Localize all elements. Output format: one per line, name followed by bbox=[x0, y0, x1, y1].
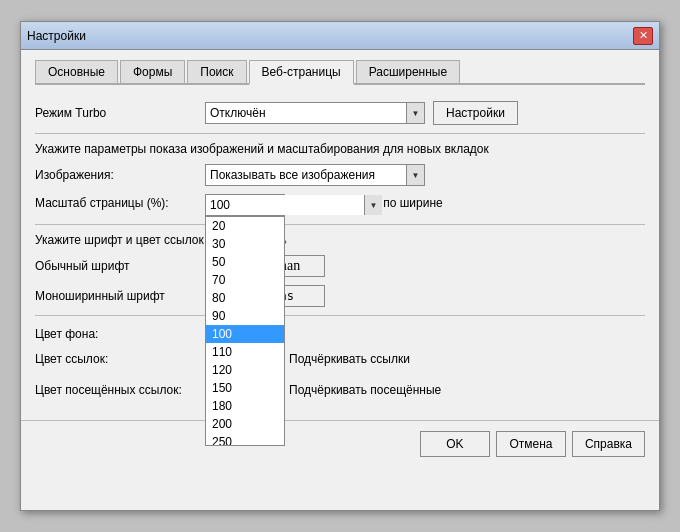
bg-color-row: Цвет фона: bbox=[35, 324, 645, 344]
bg-color-label: Цвет фона: bbox=[35, 327, 205, 341]
ok-button[interactable]: OK bbox=[420, 431, 490, 457]
tab-osnovnye[interactable]: Основные bbox=[35, 60, 118, 83]
mono-font-row: Моноширинный шрифт Consolas bbox=[35, 285, 645, 307]
tab-bar: Основные Формы Поиск Веб-страницы Расшир… bbox=[35, 60, 645, 85]
normal-font-row: Обычный шрифт New Roman bbox=[35, 255, 645, 277]
main-content: Режим Turbo Настройки Укажите параметры … bbox=[21, 97, 659, 412]
window-title: Настройки bbox=[27, 29, 86, 43]
images-row: Изображения: bbox=[35, 164, 645, 186]
bottom-buttons: OK Отмена Справка bbox=[21, 420, 659, 467]
fonts-colors-section: Укажите шрифт и цвет ссылок указан стиль… bbox=[35, 224, 645, 400]
tab-webpages[interactable]: Веб-страницы bbox=[249, 60, 354, 85]
turbo-arrow[interactable] bbox=[406, 103, 424, 123]
cancel-button[interactable]: Отмена bbox=[496, 431, 566, 457]
scale-combo[interactable] bbox=[205, 194, 285, 216]
section-images-text: Укажите параметры показа изображений и м… bbox=[35, 142, 645, 156]
normal-font-label: Обычный шрифт bbox=[35, 259, 205, 273]
divider3 bbox=[35, 315, 645, 316]
scale-label: Масштаб страницы (%): bbox=[35, 194, 205, 210]
scale-option-250[interactable]: 250 bbox=[206, 433, 284, 446]
scale-option-150[interactable]: 150 bbox=[206, 379, 284, 397]
help-button[interactable]: Справка bbox=[572, 431, 645, 457]
scale-option-100[interactable]: 100 bbox=[206, 325, 284, 343]
scale-option-20[interactable]: 20 bbox=[206, 217, 284, 235]
turbo-settings-button[interactable]: Настройки bbox=[433, 101, 518, 125]
scale-arrow[interactable] bbox=[364, 195, 382, 215]
images-arrow[interactable] bbox=[406, 165, 424, 185]
images-combo[interactable] bbox=[205, 164, 425, 186]
scale-option-50[interactable]: 50 bbox=[206, 253, 284, 271]
divider1 bbox=[35, 133, 645, 134]
scale-dropdown-container: 20 30 50 70 80 90 100 110 120 150 180 20… bbox=[205, 194, 285, 216]
scale-option-200[interactable]: 200 bbox=[206, 415, 284, 433]
scale-option-30[interactable]: 30 bbox=[206, 235, 284, 253]
link-color-label: Цвет ссылок: bbox=[35, 352, 205, 366]
underline-links-label: Подчёркивать ссылки bbox=[289, 352, 410, 366]
visited-color-row: Цвет посещённых ссылок: Подчёркивать пос… bbox=[35, 380, 645, 400]
turbo-input[interactable] bbox=[206, 103, 406, 123]
images-label: Изображения: bbox=[35, 168, 205, 182]
underline-visited-label: Подчёркивать посещённые bbox=[289, 383, 441, 397]
title-bar: Настройки ✕ bbox=[21, 22, 659, 50]
turbo-label: Режим Turbo bbox=[35, 106, 205, 120]
underline-links-row: Подчёркивать ссылки bbox=[269, 352, 410, 366]
underline-visited-checkbox-row: Подчёркивать посещённые bbox=[269, 383, 441, 397]
scale-option-70[interactable]: 70 bbox=[206, 271, 284, 289]
scale-option-110[interactable]: 110 bbox=[206, 343, 284, 361]
mono-font-label: Моноширинный шрифт bbox=[35, 289, 205, 303]
link-color-row: Цвет ссылок: Подчёркивать ссылки bbox=[35, 352, 645, 372]
underline-visited-row: Подчёркивать посещённые bbox=[269, 383, 441, 397]
tab-advanced[interactable]: Расширенные bbox=[356, 60, 461, 83]
turbo-combo[interactable] bbox=[205, 102, 425, 124]
turbo-row: Режим Turbo Настройки bbox=[35, 101, 645, 125]
scale-dropdown-list[interactable]: 20 30 50 70 80 90 100 110 120 150 180 20… bbox=[205, 216, 285, 446]
scale-option-120[interactable]: 120 bbox=[206, 361, 284, 379]
tab-formy[interactable]: Формы bbox=[120, 60, 185, 83]
images-input[interactable] bbox=[206, 165, 406, 185]
scale-option-80[interactable]: 80 bbox=[206, 289, 284, 307]
scale-option-180[interactable]: 180 bbox=[206, 397, 284, 415]
scale-row: Масштаб страницы (%): 20 30 50 70 80 bbox=[35, 194, 645, 216]
tab-poisk[interactable]: Поиск bbox=[187, 60, 246, 83]
divider2 bbox=[35, 224, 645, 225]
links-section-row: Укажите шрифт и цвет ссылок указан стиль bbox=[35, 233, 645, 247]
settings-window: Настройки ✕ Основные Формы Поиск Веб-стр… bbox=[20, 21, 660, 511]
close-button[interactable]: ✕ bbox=[633, 27, 653, 45]
visited-color-label: Цвет посещённых ссылок: bbox=[35, 383, 205, 397]
scale-input[interactable] bbox=[206, 195, 364, 215]
scale-option-90[interactable]: 90 bbox=[206, 307, 284, 325]
underline-links-checkbox-row: Подчёркивать ссылки bbox=[269, 352, 410, 366]
links-section-label: Укажите шрифт и цвет ссылок bbox=[35, 233, 205, 247]
